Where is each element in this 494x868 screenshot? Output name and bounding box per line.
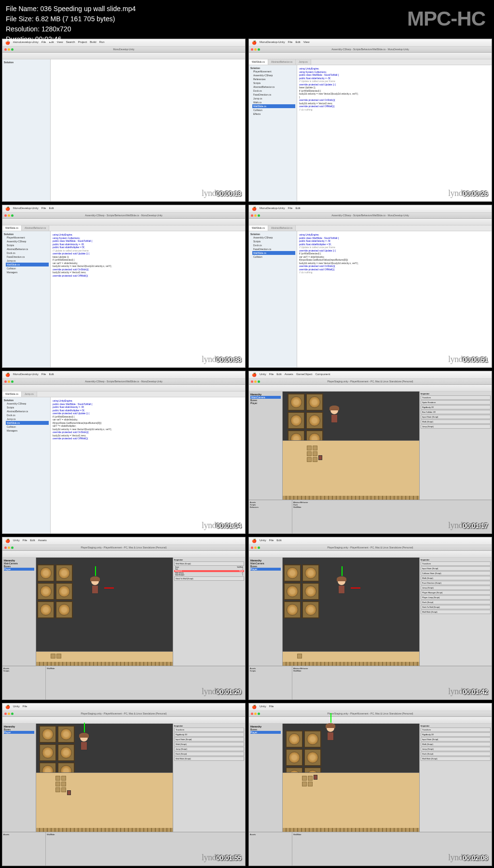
ide-body: Solution [2, 59, 245, 201]
filename-value: 036 Speeding up wall slide.mp4 [41, 5, 136, 13]
hierarchy-panel: Hierarchy MainCamera Boxes Player [249, 392, 283, 500]
editor-tabs: WallSlide.csAbstractBehavior.csJump.cs [249, 59, 492, 65]
duration-value: 00:02:46 [35, 35, 62, 43]
thumbnail-7: 🍎UnityFileEditAssets PlayerStaging.unity… [2, 537, 246, 700]
filesize-label: File Size: [6, 15, 34, 23]
duration-label: Duration: [6, 35, 33, 43]
toolbar [2, 53, 245, 59]
scene-game-view [283, 392, 419, 500]
thumbnail-10: 🍎UnityFile PlayerStaging.unity - PlayerM… [248, 703, 492, 866]
code-area [51, 59, 245, 201]
thumbnail-1: 🍎 MonoDevelop-UnityFileEditViewSearchPro… [2, 39, 246, 202]
resolution-label: Resolution: [6, 25, 40, 33]
lynda-watermark: lynd00:00:13 [202, 188, 241, 198]
filename-label: File Name: [6, 5, 39, 13]
thumbnail-5: 🍎MonoDevelop-UnityFileEdit Assembly-CSha… [2, 371, 246, 534]
thumbnail-4: 🍎MonoDevelop-UnityFileEdit Assembly-CSha… [248, 205, 492, 368]
code-editor: using UnityEngine; using System.Collecti… [297, 65, 492, 201]
inspector-panel: Inspector Transform Sprite Renderer Rigi… [419, 392, 492, 500]
filesize-value: 6.82 MB (7 161 705 bytes) [35, 15, 115, 23]
thumbnail-6: 🍎UnityFileEditAssetsGameObjectComponent … [248, 371, 492, 534]
solution-sidebar: Solution [2, 59, 51, 201]
thumbnail-9: 🍎UnityFile PlayerStaging.unity - PlayerM… [2, 703, 246, 866]
thumbnail-3: 🍎MonoDevelop-UnityFileEdit Assembly-CSha… [2, 205, 246, 368]
thumbnail-grid: 🍎 MonoDevelop-UnityFileEditViewSearchPro… [2, 39, 492, 866]
mpc-hc-logo: MPC-HC [407, 7, 485, 30]
thumbnail-2: 🍎MonoDevelop-UnityFileEditView Assembly-… [248, 39, 492, 202]
resolution-value: 1280x720 [41, 25, 71, 33]
solution-sidebar: Solution PlayerMovement Assembly-CSharp … [249, 65, 297, 201]
thumbnail-8: 🍎UnityFileEdit PlayerStaging.unity - Pla… [248, 537, 492, 700]
